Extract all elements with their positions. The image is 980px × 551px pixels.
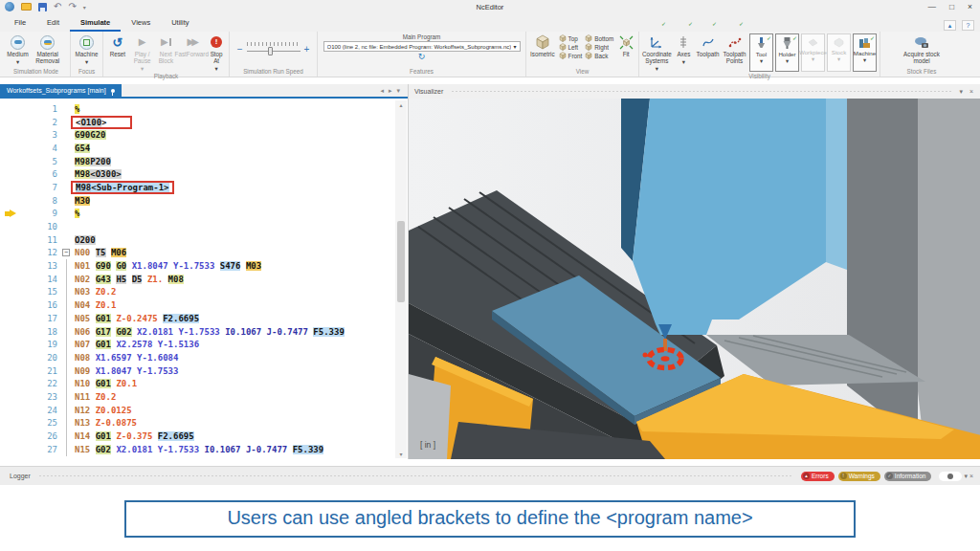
code-line[interactable]: 9%: [0, 208, 394, 221]
code-line[interactable]: 15N03 Z0.2: [0, 286, 394, 299]
menu-file[interactable]: File: [4, 16, 36, 32]
code-line[interactable]: 19N07 G01 X2.2578 Y-1.5136: [0, 338, 394, 351]
machine-focus-button[interactable]: Machine ▾: [75, 33, 100, 65]
close-button[interactable]: ×: [968, 2, 972, 11]
logger-collapse-icon[interactable]: ▾: [964, 473, 968, 480]
speed-decrease-button[interactable]: −: [237, 44, 243, 55]
coordinate-systems-button[interactable]: ✓ Coordinate Systems ▾: [641, 33, 673, 73]
code-line[interactable]: 17N05 G01 Z-0.2475 F2.6695: [0, 312, 394, 325]
code-line[interactable]: 10: [0, 220, 394, 233]
line-number: 19: [21, 340, 57, 349]
fast-forward-button[interactable]: ▶▶ FastForward: [177, 33, 206, 57]
menu-utility[interactable]: Utility: [161, 16, 199, 32]
fold-collapse-icon[interactable]: −: [62, 249, 70, 256]
code-line[interactable]: 18N06 G17 G02 X2.0181 Y-1.7533 I0.1067 J…: [0, 325, 394, 339]
acquire-stock-model-button[interactable]: Acquire stock model: [896, 33, 947, 64]
menu-views[interactable]: Views: [121, 16, 161, 32]
units-label: [ in ]: [420, 440, 435, 450]
scrollbar-thumb[interactable]: [397, 221, 405, 302]
acquire-stock-icon: [913, 34, 930, 50]
axes-button[interactable]: ✓ Axes ▾: [673, 33, 695, 65]
scroll-down-icon[interactable]: ▾: [399, 451, 402, 457]
minimize-button[interactable]: —: [927, 2, 936, 11]
code-line[interactable]: 27N15 G02 X2.0181 Y-1.7533 I0.1067 J-0.7…: [0, 443, 394, 456]
code-line[interactable]: 14N02 G43 H5 D5 Z1. M08: [0, 273, 394, 286]
view-back-button[interactable]: Back: [585, 52, 613, 60]
code-line[interactable]: 3G90G20: [0, 128, 394, 142]
group-label: Visibility: [641, 73, 878, 81]
view-top-button[interactable]: Top: [559, 34, 583, 43]
main-program-dropdown[interactable]: O100 (line 2, nc file: Embedded Program:…: [323, 41, 521, 52]
logger-close-icon[interactable]: ×: [969, 473, 973, 479]
machine-3d-view[interactable]: [409, 99, 980, 459]
code-line[interactable]: 6M98<O300>: [0, 167, 394, 181]
view-right-button[interactable]: Right: [585, 43, 613, 52]
code-line[interactable]: 25N13 Z-0.0875: [0, 417, 394, 430]
tab-workoffsets-subprograms[interactable]: Workoffsets_Subprograms [main]: [0, 84, 122, 97]
visualizer-collapse-icon[interactable]: ▾: [959, 88, 963, 96]
maximize-button[interactable]: □: [949, 2, 954, 11]
toggle-holder-visibility[interactable]: ✓Holder▾: [775, 33, 799, 72]
play-pause-button[interactable]: ▶ Play / Pause ▾: [130, 33, 155, 73]
workpiece-icon: [807, 36, 819, 49]
code-line[interactable]: 11O200: [0, 233, 394, 247]
material-removal-button[interactable]: Material Removal: [30, 33, 66, 64]
visualizer-close-icon[interactable]: ×: [969, 88, 973, 96]
medium-speed-icon: [11, 35, 25, 50]
code-line[interactable]: 4G54: [0, 142, 394, 155]
toolpath-points-button[interactable]: ✓ Toolpath Points: [721, 33, 748, 64]
next-block-button[interactable]: ▶ Next Block: [154, 33, 177, 64]
group-label: Simulation Mode: [4, 68, 68, 77]
view-bottom-button[interactable]: Bottom: [585, 34, 613, 43]
speed-increase-button[interactable]: +: [304, 44, 310, 55]
line-number: 4: [21, 143, 57, 153]
errors-badge[interactable]: ▲Errors: [801, 472, 835, 481]
line-number: 25: [21, 418, 57, 428]
code-line[interactable]: 13N01 G90 G0 X1.8047 Y-1.7533 S476 M03: [0, 259, 394, 273]
code-line[interactable]: 26N14 G01 Z-0.375 F2.6695: [0, 430, 394, 443]
code-line[interactable]: 23N11 Z0.2: [0, 390, 394, 404]
code-line[interactable]: 21N09 X1.8047 Y-1.7533: [0, 364, 394, 378]
code-line[interactable]: 1%: [0, 102, 394, 116]
toggle-tool-visibility[interactable]: ✓Tool▾: [749, 33, 773, 72]
tab-scroll-right-icon[interactable]: ▸: [389, 87, 392, 95]
code-line[interactable]: 24N12 Z0.0125: [0, 404, 394, 417]
code-line[interactable]: 8M30: [0, 194, 394, 208]
editor-scrollbar[interactable]: ▴ ▾: [395, 100, 407, 458]
speed-slider[interactable]: [247, 51, 301, 52]
help-button[interactable]: ?: [962, 20, 974, 31]
menu-simulate[interactable]: Simulate: [70, 16, 121, 32]
toggle-machine-visibility[interactable]: ✓Machine▾: [853, 33, 877, 72]
code-area[interactable]: 1%2<O100>3G90G204G545M98P2006M98<O300>7M…: [0, 100, 394, 459]
code-line[interactable]: 16N04 Z0.1: [0, 298, 394, 312]
notification-toggle[interactable]: [939, 472, 962, 481]
speed-slider-thumb[interactable]: [268, 47, 273, 55]
code-line[interactable]: 12−N00 T5 M06: [0, 247, 394, 260]
view-front-button[interactable]: Front: [559, 52, 583, 60]
code-line[interactable]: 7M98<Sub-Program-1>: [0, 181, 394, 194]
code-line[interactable]: 22N10 G01 Z0.1: [0, 377, 394, 390]
view-left-button[interactable]: Left: [559, 43, 583, 52]
group-label: Focus: [73, 68, 100, 77]
play-icon: ▶: [139, 34, 146, 50]
menu-edit[interactable]: Edit: [36, 16, 70, 32]
code-line[interactable]: 20N08 X1.6597 Y-1.6084: [0, 351, 394, 364]
tab-scroll-left-icon[interactable]: ◂: [380, 87, 384, 95]
toolpath-button[interactable]: ✓ Toolpath: [695, 33, 721, 57]
tab-list-icon[interactable]: ▾: [396, 87, 400, 95]
stop-at-button[interactable]: ! Stop At ▾: [206, 33, 227, 73]
pin-icon[interactable]: [111, 89, 115, 93]
information-badge[interactable]: ✓Information: [884, 472, 932, 481]
medium-button[interactable]: Medium ▾: [6, 33, 29, 65]
header-texture: [451, 90, 951, 94]
scroll-up-icon[interactable]: ▴: [399, 101, 402, 108]
collapse-ribbon-button[interactable]: ▴: [944, 20, 956, 31]
fit-view-button[interactable]: Fit: [615, 33, 636, 57]
code-line[interactable]: 5M98P200: [0, 155, 394, 168]
isometric-view-button[interactable]: Isometric: [528, 33, 557, 57]
code-line[interactable]: 2<O100>: [0, 116, 394, 129]
fit-icon: [619, 34, 634, 50]
reset-button[interactable]: ↺ Reset: [105, 33, 130, 57]
refresh-program-icon[interactable]: ↻: [418, 53, 426, 61]
warnings-badge[interactable]: !Warnings: [838, 472, 880, 481]
